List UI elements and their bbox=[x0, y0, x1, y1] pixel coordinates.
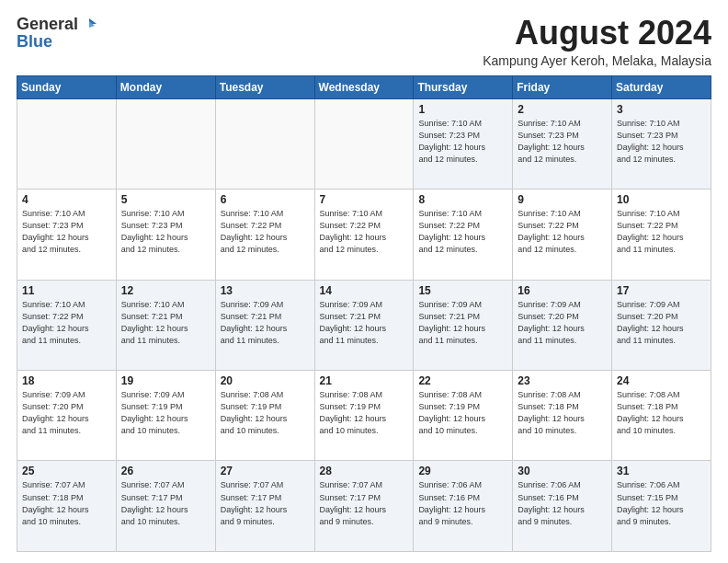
day-number: 13 bbox=[221, 284, 310, 297]
day-number: 11 bbox=[22, 284, 111, 297]
table-row: 9Sunrise: 7:10 AM Sunset: 7:22 PM Daylig… bbox=[513, 190, 612, 280]
table-row: 20Sunrise: 7:08 AM Sunset: 7:19 PM Dayli… bbox=[215, 371, 314, 461]
day-number: 27 bbox=[221, 465, 310, 477]
day-info: Sunrise: 7:08 AM Sunset: 7:19 PM Dayligh… bbox=[418, 389, 507, 437]
day-info: Sunrise: 7:09 AM Sunset: 7:21 PM Dayligh… bbox=[221, 299, 310, 347]
title-block: August 2024 Kampung Ayer Keroh, Melaka, … bbox=[483, 15, 711, 68]
day-info: Sunrise: 7:07 AM Sunset: 7:18 PM Dayligh… bbox=[22, 479, 111, 527]
calendar-week-row: 18Sunrise: 7:09 AM Sunset: 7:20 PM Dayli… bbox=[17, 371, 711, 461]
day-info: Sunrise: 7:09 AM Sunset: 7:19 PM Dayligh… bbox=[121, 389, 210, 437]
page: General Blue August 2024 Kampung Ayer Ke… bbox=[0, 0, 728, 563]
day-info: Sunrise: 7:10 AM Sunset: 7:22 PM Dayligh… bbox=[22, 299, 111, 347]
day-number: 26 bbox=[121, 465, 210, 477]
table-row: 10Sunrise: 7:10 AM Sunset: 7:22 PM Dayli… bbox=[612, 190, 711, 280]
day-info: Sunrise: 7:10 AM Sunset: 7:22 PM Dayligh… bbox=[617, 208, 706, 256]
day-info: Sunrise: 7:06 AM Sunset: 7:16 PM Dayligh… bbox=[418, 479, 507, 527]
table-row: 30Sunrise: 7:06 AM Sunset: 7:16 PM Dayli… bbox=[513, 461, 612, 552]
table-row: 3Sunrise: 7:10 AM Sunset: 7:23 PM Daylig… bbox=[612, 98, 711, 189]
day-number: 7 bbox=[320, 193, 409, 206]
table-row: 28Sunrise: 7:07 AM Sunset: 7:17 PM Dayli… bbox=[314, 461, 414, 552]
table-row: 12Sunrise: 7:10 AM Sunset: 7:21 PM Dayli… bbox=[116, 280, 215, 370]
day-number: 4 bbox=[22, 193, 111, 206]
day-number: 23 bbox=[518, 374, 607, 387]
calendar-header-row: Sunday Monday Tuesday Wednesday Thursday… bbox=[17, 75, 711, 98]
table-row: 31Sunrise: 7:06 AM Sunset: 7:15 PM Dayli… bbox=[612, 461, 711, 552]
table-row: 17Sunrise: 7:09 AM Sunset: 7:20 PM Dayli… bbox=[612, 280, 711, 370]
calendar-table: Sunday Monday Tuesday Wednesday Thursday… bbox=[17, 75, 711, 552]
day-number: 8 bbox=[418, 193, 507, 206]
day-number: 9 bbox=[518, 193, 607, 206]
day-number: 1 bbox=[418, 103, 507, 116]
day-number: 6 bbox=[221, 193, 310, 206]
table-row bbox=[17, 98, 117, 189]
day-info: Sunrise: 7:08 AM Sunset: 7:19 PM Dayligh… bbox=[320, 389, 409, 437]
table-row: 16Sunrise: 7:09 AM Sunset: 7:20 PM Dayli… bbox=[513, 280, 612, 370]
day-info: Sunrise: 7:08 AM Sunset: 7:18 PM Dayligh… bbox=[617, 389, 706, 437]
header: General Blue August 2024 Kampung Ayer Ke… bbox=[17, 15, 711, 68]
col-saturday: Saturday bbox=[612, 75, 711, 98]
day-number: 31 bbox=[617, 465, 706, 477]
calendar-week-row: 11Sunrise: 7:10 AM Sunset: 7:22 PM Dayli… bbox=[17, 280, 711, 370]
day-number: 12 bbox=[121, 284, 210, 297]
col-sunday: Sunday bbox=[17, 75, 117, 98]
table-row: 7Sunrise: 7:10 AM Sunset: 7:22 PM Daylig… bbox=[314, 190, 414, 280]
day-number: 18 bbox=[22, 374, 111, 387]
table-row: 29Sunrise: 7:06 AM Sunset: 7:16 PM Dayli… bbox=[414, 461, 513, 552]
month-title: August 2024 bbox=[483, 15, 711, 52]
location: Kampung Ayer Keroh, Melaka, Malaysia bbox=[483, 53, 711, 68]
col-thursday: Thursday bbox=[414, 75, 513, 98]
table-row bbox=[215, 98, 314, 189]
logo-bird-icon bbox=[80, 17, 97, 33]
day-info: Sunrise: 7:09 AM Sunset: 7:21 PM Dayligh… bbox=[320, 299, 409, 347]
day-number: 16 bbox=[518, 284, 607, 297]
day-number: 14 bbox=[320, 284, 409, 297]
day-number: 25 bbox=[22, 465, 111, 477]
day-info: Sunrise: 7:10 AM Sunset: 7:23 PM Dayligh… bbox=[22, 208, 111, 256]
logo-general: General bbox=[17, 15, 78, 34]
day-number: 19 bbox=[121, 374, 210, 387]
calendar-week-row: 4Sunrise: 7:10 AM Sunset: 7:23 PM Daylig… bbox=[17, 190, 711, 280]
table-row: 22Sunrise: 7:08 AM Sunset: 7:19 PM Dayli… bbox=[414, 371, 513, 461]
day-info: Sunrise: 7:10 AM Sunset: 7:22 PM Dayligh… bbox=[418, 208, 507, 256]
table-row: 14Sunrise: 7:09 AM Sunset: 7:21 PM Dayli… bbox=[314, 280, 414, 370]
table-row: 15Sunrise: 7:09 AM Sunset: 7:21 PM Dayli… bbox=[414, 280, 513, 370]
day-number: 20 bbox=[221, 374, 310, 387]
day-number: 3 bbox=[617, 103, 706, 116]
day-info: Sunrise: 7:10 AM Sunset: 7:22 PM Dayligh… bbox=[320, 208, 409, 256]
day-info: Sunrise: 7:09 AM Sunset: 7:20 PM Dayligh… bbox=[518, 299, 607, 347]
day-number: 30 bbox=[518, 465, 607, 477]
table-row: 11Sunrise: 7:10 AM Sunset: 7:22 PM Dayli… bbox=[17, 280, 117, 370]
day-info: Sunrise: 7:09 AM Sunset: 7:21 PM Dayligh… bbox=[418, 299, 507, 347]
table-row bbox=[314, 98, 414, 189]
col-tuesday: Tuesday bbox=[215, 75, 314, 98]
day-info: Sunrise: 7:06 AM Sunset: 7:15 PM Dayligh… bbox=[617, 479, 706, 527]
table-row: 26Sunrise: 7:07 AM Sunset: 7:17 PM Dayli… bbox=[116, 461, 215, 552]
table-row: 5Sunrise: 7:10 AM Sunset: 7:23 PM Daylig… bbox=[116, 190, 215, 280]
day-number: 15 bbox=[418, 284, 507, 297]
table-row: 18Sunrise: 7:09 AM Sunset: 7:20 PM Dayli… bbox=[17, 371, 117, 461]
day-number: 28 bbox=[320, 465, 409, 477]
day-info: Sunrise: 7:09 AM Sunset: 7:20 PM Dayligh… bbox=[617, 299, 706, 347]
day-number: 10 bbox=[617, 193, 706, 206]
table-row: 2Sunrise: 7:10 AM Sunset: 7:23 PM Daylig… bbox=[513, 98, 612, 189]
calendar-week-row: 25Sunrise: 7:07 AM Sunset: 7:18 PM Dayli… bbox=[17, 461, 711, 552]
col-monday: Monday bbox=[116, 75, 215, 98]
day-info: Sunrise: 7:08 AM Sunset: 7:19 PM Dayligh… bbox=[221, 389, 310, 437]
day-info: Sunrise: 7:10 AM Sunset: 7:22 PM Dayligh… bbox=[518, 208, 607, 256]
day-info: Sunrise: 7:07 AM Sunset: 7:17 PM Dayligh… bbox=[221, 479, 310, 527]
table-row: 21Sunrise: 7:08 AM Sunset: 7:19 PM Dayli… bbox=[314, 371, 414, 461]
table-row: 24Sunrise: 7:08 AM Sunset: 7:18 PM Dayli… bbox=[612, 371, 711, 461]
day-info: Sunrise: 7:09 AM Sunset: 7:20 PM Dayligh… bbox=[22, 389, 111, 437]
day-info: Sunrise: 7:10 AM Sunset: 7:23 PM Dayligh… bbox=[418, 118, 507, 166]
day-number: 17 bbox=[617, 284, 706, 297]
day-info: Sunrise: 7:07 AM Sunset: 7:17 PM Dayligh… bbox=[121, 479, 210, 527]
day-info: Sunrise: 7:10 AM Sunset: 7:23 PM Dayligh… bbox=[121, 208, 210, 256]
table-row: 8Sunrise: 7:10 AM Sunset: 7:22 PM Daylig… bbox=[414, 190, 513, 280]
day-info: Sunrise: 7:06 AM Sunset: 7:16 PM Dayligh… bbox=[518, 479, 607, 527]
day-info: Sunrise: 7:08 AM Sunset: 7:18 PM Dayligh… bbox=[518, 389, 607, 437]
col-friday: Friday bbox=[513, 75, 612, 98]
day-number: 24 bbox=[617, 374, 706, 387]
table-row: 1Sunrise: 7:10 AM Sunset: 7:23 PM Daylig… bbox=[414, 98, 513, 189]
day-info: Sunrise: 7:07 AM Sunset: 7:17 PM Dayligh… bbox=[320, 479, 409, 527]
table-row bbox=[116, 98, 215, 189]
